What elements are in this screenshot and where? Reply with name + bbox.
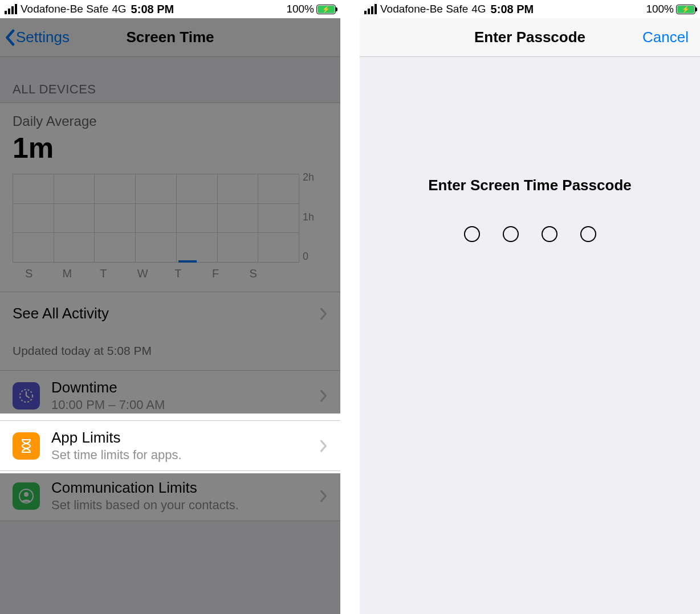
connection-label: 4G	[471, 3, 486, 15]
carrier-label: Vodafone-Be Safe	[21, 3, 108, 15]
battery-percent-label: 100%	[646, 3, 674, 15]
see-all-activity-label: See All Activity	[13, 305, 109, 322]
usage-label: Daily Average	[13, 113, 328, 129]
cancel-button[interactable]: Cancel	[642, 28, 689, 46]
chevron-left-icon	[5, 29, 15, 46]
communication-limits-row[interactable]: Communication Limits Set limits based on…	[0, 471, 340, 521]
downtime-row[interactable]: Downtime 10:00 PM – 7:00 AM	[0, 371, 340, 421]
nav-header: Enter Passcode Cancel	[360, 18, 700, 57]
back-label: Settings	[16, 28, 70, 46]
chevron-right-icon	[320, 308, 328, 320]
chevron-right-icon	[320, 440, 328, 452]
screen-time-settings-screen: Vodafone-Be Safe 4G 5:08 PM 100% ⚡ Setti…	[0, 0, 340, 614]
downtime-title: Downtime	[51, 379, 308, 396]
updated-label: Updated today at 5:08 PM	[0, 335, 340, 370]
battery-percent-label: 100%	[286, 3, 314, 15]
downtime-subtitle: 10:00 PM – 7:00 AM	[51, 398, 308, 412]
app-limits-subtitle: Set time limits for apps.	[51, 448, 308, 462]
battery-icon: ⚡	[676, 5, 695, 14]
status-bar: Vodafone-Be Safe 4G 5:08 PM 100% ⚡	[0, 0, 340, 18]
carrier-label: Vodafone-Be Safe	[380, 3, 468, 15]
contact-icon	[13, 482, 40, 510]
connection-label: 4G	[112, 3, 126, 15]
chevron-right-icon	[320, 390, 328, 402]
usage-chart: 2h 1h 0 S M T W T F S	[0, 170, 340, 292]
chart-bar	[178, 260, 197, 263]
signal-icon	[5, 4, 17, 14]
chart-x-axis: S M T W T F S	[13, 263, 328, 288]
passcode-dots[interactable]	[464, 226, 596, 242]
downtime-icon	[13, 382, 40, 410]
chevron-right-icon	[320, 490, 328, 502]
signal-icon	[364, 4, 377, 14]
usage-value: 1m	[13, 132, 328, 165]
passcode-dot	[503, 226, 519, 242]
battery-icon: ⚡	[316, 5, 336, 14]
passcode-dot	[464, 226, 480, 242]
nav-header: Settings Screen Time	[0, 18, 340, 57]
enter-passcode-screen: Vodafone-Be Safe 4G 5:08 PM 100% ⚡ Enter…	[360, 0, 700, 614]
clock-label: 5:08 PM	[131, 3, 174, 16]
passcode-prompt: Enter Screen Time Passcode	[428, 177, 631, 194]
hourglass-icon	[13, 432, 40, 460]
app-limits-title: App Limits	[51, 429, 308, 447]
svg-point-2	[24, 492, 29, 497]
status-bar: Vodafone-Be Safe 4G 5:08 PM 100% ⚡	[360, 0, 700, 18]
page-title: Enter Passcode	[474, 28, 585, 46]
usage-panel: Daily Average 1m 2h 1h 0	[0, 103, 340, 371]
section-header: ALL DEVICES	[0, 57, 340, 103]
passcode-dot	[580, 226, 596, 242]
chart-y-axis: 2h 1h 0	[303, 171, 328, 263]
communication-limits-subtitle: Set limits based on your contacts.	[51, 498, 308, 513]
communication-limits-title: Communication Limits	[51, 479, 308, 497]
passcode-dot	[542, 226, 557, 242]
see-all-activity-row[interactable]: See All Activity	[0, 292, 340, 335]
app-limits-row[interactable]: App Limits Set time limits for apps.	[0, 421, 340, 471]
clock-label: 5:08 PM	[491, 3, 534, 16]
back-button[interactable]: Settings	[0, 28, 70, 46]
